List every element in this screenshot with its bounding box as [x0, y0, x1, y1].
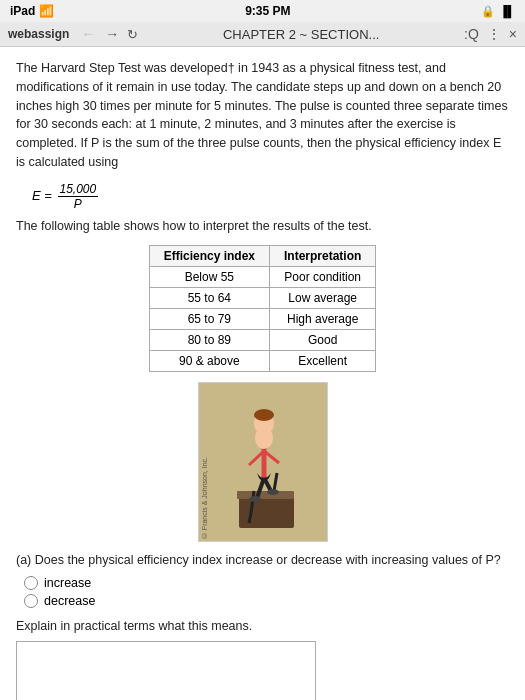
- step-image: © Francis & Johnson, Inc.: [198, 382, 328, 542]
- device-label: iPad: [10, 4, 35, 18]
- table-cell: High average: [270, 309, 376, 330]
- browser-logo: webassign: [8, 27, 69, 41]
- table-row: 65 to 79High average: [149, 309, 376, 330]
- svg-point-9: [254, 409, 274, 421]
- question-a-block: (a) Does the physical efficiency index i…: [16, 552, 509, 608]
- table-cell: Low average: [270, 288, 376, 309]
- option-decrease[interactable]: decrease: [24, 594, 509, 608]
- svg-point-14: [249, 496, 261, 502]
- table-cell: Below 55: [149, 267, 269, 288]
- step-image-container: © Francis & Johnson, Inc.: [16, 382, 509, 542]
- radio-decrease[interactable]: [24, 594, 38, 608]
- status-left: iPad 📶: [10, 4, 54, 18]
- status-bar: iPad 📶 9:35 PM 🔒 ▐▌: [0, 0, 525, 22]
- table-row: Below 55Poor condition: [149, 267, 376, 288]
- page-title: CHAPTER 2 ~ SECTION...: [144, 27, 458, 42]
- formula-label: E =: [32, 187, 56, 202]
- explain-textarea[interactable]: [16, 641, 316, 700]
- radio-increase[interactable]: [24, 576, 38, 590]
- table-header-interp: Interpretation: [270, 246, 376, 267]
- photo-caption: © Francis & Johnson, Inc.: [201, 457, 208, 539]
- table-cell: 80 to 89: [149, 330, 269, 351]
- table-header-index: Efficiency index: [149, 246, 269, 267]
- browser-bar: webassign ← → ↻ CHAPTER 2 ~ SECTION... :…: [0, 22, 525, 47]
- table-cell: 90 & above: [149, 351, 269, 372]
- table-cell: 55 to 64: [149, 288, 269, 309]
- search-icon[interactable]: :Q: [464, 26, 479, 42]
- table-row: 90 & aboveExcellent: [149, 351, 376, 372]
- status-time: 9:35 PM: [245, 4, 290, 18]
- table-intro: The following table shows how to interpr…: [16, 217, 509, 236]
- option-decrease-label: decrease: [44, 594, 95, 608]
- forward-button[interactable]: →: [103, 26, 121, 42]
- formula-block: E = 15,000 P: [32, 182, 509, 211]
- formula-fraction: 15,000 P: [58, 182, 99, 211]
- table-cell: Poor condition: [270, 267, 376, 288]
- table-cell: 65 to 79: [149, 309, 269, 330]
- table-row: 80 to 89Good: [149, 330, 376, 351]
- close-icon[interactable]: ×: [509, 26, 517, 42]
- step-illustration: [199, 383, 328, 542]
- browser-actions: :Q ⋮ ×: [464, 26, 517, 42]
- option-increase-label: increase: [44, 576, 91, 590]
- lock-icon: 🔒: [481, 5, 495, 18]
- formula-numerator: 15,000: [58, 182, 99, 197]
- efficiency-table: Efficiency index Interpretation Below 55…: [149, 245, 377, 372]
- table-cell: Good: [270, 330, 376, 351]
- refresh-button[interactable]: ↻: [127, 27, 138, 42]
- svg-rect-2: [237, 491, 294, 499]
- wifi-icon: 📶: [39, 4, 54, 18]
- table-row: 55 to 64Low average: [149, 288, 376, 309]
- table-cell: Excellent: [270, 351, 376, 372]
- back-button[interactable]: ←: [79, 26, 97, 42]
- explain-block: Explain in practical terms what this mea…: [16, 618, 509, 700]
- more-icon[interactable]: ⋮: [487, 26, 501, 42]
- content-area: The Harvard Step Test was developed† in …: [0, 47, 525, 700]
- option-increase[interactable]: increase: [24, 576, 509, 590]
- status-right: 🔒 ▐▌: [481, 5, 515, 18]
- svg-point-15: [267, 489, 279, 495]
- battery-icon: ▐▌: [499, 5, 515, 17]
- explain-label: Explain in practical terms what this mea…: [16, 618, 509, 636]
- intro-paragraph: The Harvard Step Test was developed† in …: [16, 59, 509, 172]
- question-a-text: (a) Does the physical efficiency index i…: [16, 552, 509, 570]
- formula-denominator: P: [72, 197, 84, 211]
- svg-line-5: [249, 513, 251, 523]
